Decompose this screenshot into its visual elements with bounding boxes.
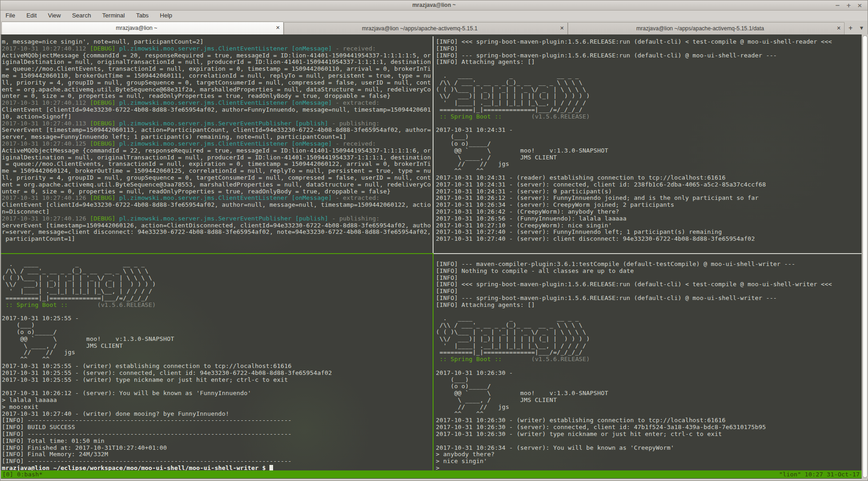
terminal-window: mrazjava@lion ~ − + × File Edit View Sea… [0,0,868,481]
menu-item-terminal[interactable]: Terminal [98,11,129,21]
menu-item-search[interactable]: Search [68,11,95,21]
menu-item-edit[interactable]: Edit [22,11,40,21]
tab-close-icon[interactable]: ✕ [560,23,564,34]
window-controls: − + × [834,0,863,10]
menu-bar: File Edit View Search Terminal Tabs Help [0,11,868,21]
tmux-host-clock-label: "lion" 10:27 31-Oct-17 [779,470,860,478]
tab-activemq[interactable]: mrazjava@lion ~/apps/apache-activemq-5.1… [284,22,568,34]
menu-item-view[interactable]: View [44,11,65,21]
menu-item-tabs[interactable]: Tabs [132,11,153,21]
maximize-icon[interactable]: + [845,0,852,10]
tmux-pane-jms-server-log[interactable]: m, message=nice singin', note=null, part… [2,39,432,252]
window-title: mrazjava@lion ~ [0,0,868,10]
pane-divider-horizontal-right[interactable] [434,253,862,254]
pane-divider-vertical-top[interactable] [433,36,434,253]
new-tab-icon[interactable]: + [845,22,856,34]
close-icon[interactable]: × [857,0,863,10]
tmux-pane-writer-creepyworm[interactable]: [INFO] --- maven-compiler-plugin:3.6.1:t… [436,261,862,470]
tab-home[interactable]: mrazjava@lion ~ ✕ [1,22,284,34]
window-titlebar[interactable]: mrazjava@lion ~ − + × [0,0,868,11]
tab-label: mrazjava@lion ~/apps/apache-activemq-5.1… [568,23,832,34]
tmux-pane-writer-funnyinnuendo[interactable]: . ____ _ __ _ _ /\\ / ___'_ __ _ _(_)_ _… [2,261,432,470]
tab-menu-chevron-icon[interactable]: ▼ [857,22,867,34]
menu-item-file[interactable]: File [1,11,19,21]
terminal-screen[interactable]: m, message=nice singin', note=null, part… [1,34,862,479]
tmux-session-window-label: [0] 0:bash* [2,470,43,478]
tab-bar: mrazjava@lion ~ ✕ mrazjava@lion ~/apps/a… [0,21,868,35]
scrollbar[interactable] [862,34,868,479]
tmux-status-bar: [0] 0:bash* "lion" 10:27 31-Oct-17 [1,470,862,478]
pane-divider-horizontal-left[interactable] [1,253,433,254]
tab-label: mrazjava@lion ~/apps/apache-activemq-5.1… [284,23,555,34]
pane-divider-vertical-bottom[interactable] [433,253,434,470]
minimize-icon[interactable]: − [834,0,841,10]
tab-close-icon[interactable]: ✕ [276,22,280,34]
menu-item-help[interactable]: Help [156,11,177,21]
tab-activemq-data[interactable]: mrazjava@lion ~/apps/apache-activemq-5.1… [568,22,845,34]
tab-close-icon[interactable]: ✕ [837,23,841,34]
scrollbar-thumb[interactable] [862,35,868,478]
tab-label: mrazjava@lion ~ [2,22,271,34]
tmux-pane-reader-client[interactable]: [INFO] <<< spring-boot-maven-plugin:1.5.… [436,39,862,252]
